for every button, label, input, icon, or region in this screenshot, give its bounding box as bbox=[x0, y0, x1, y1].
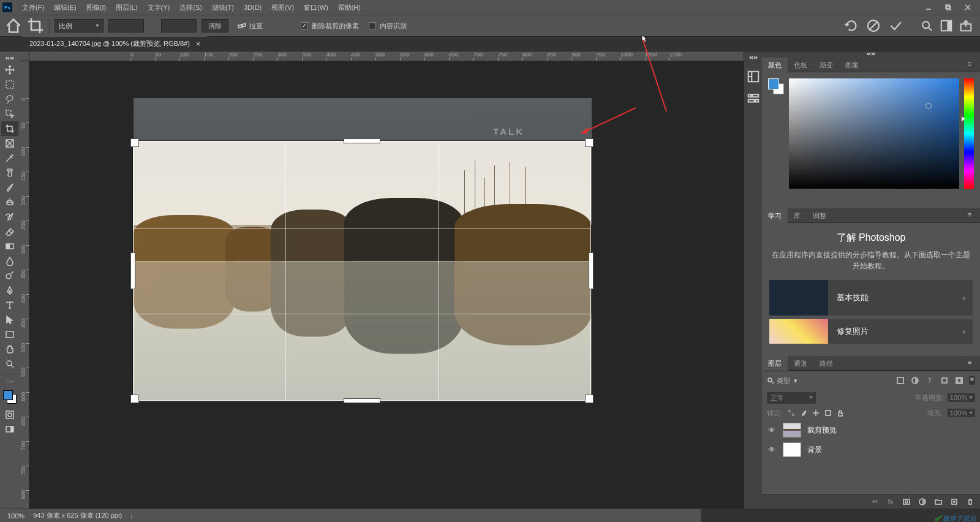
tab-libraries[interactable]: 库 bbox=[788, 208, 807, 223]
canvas-area[interactable]: 0501001502002503003504004505005506006507… bbox=[20, 51, 744, 509]
tab-swatches[interactable]: 色板 bbox=[788, 58, 813, 72]
commit-crop-button[interactable] bbox=[888, 18, 903, 33]
layer-row-crop-preview[interactable]: 👁 裁剪预览 bbox=[762, 420, 980, 440]
crop-tool-indicator[interactable] bbox=[27, 17, 44, 34]
frame-tool[interactable] bbox=[1, 136, 18, 151]
crop-handle-tl[interactable] bbox=[130, 138, 139, 147]
zoom-level[interactable]: 100% bbox=[7, 512, 24, 520]
menu-layer[interactable]: 图层(L) bbox=[111, 0, 142, 15]
hue-marker[interactable] bbox=[962, 116, 965, 121]
document-tab[interactable]: 2023-01-23_140704.jpg @ 100% (裁剪预览, RGB/… bbox=[22, 36, 208, 51]
clone-stamp-tool[interactable] bbox=[1, 195, 18, 210]
filter-shape-icon[interactable] bbox=[940, 376, 949, 385]
menu-3d[interactable]: 3D(D) bbox=[239, 0, 266, 15]
link-layers-icon[interactable]: ⇔ bbox=[870, 497, 880, 507]
eyedropper-tool[interactable] bbox=[1, 151, 18, 165]
layer-row-background[interactable]: 👁 背景 bbox=[762, 440, 980, 460]
learn-item-photofix[interactable]: 修复照片 › bbox=[769, 319, 973, 344]
maximize-button[interactable] bbox=[941, 1, 956, 13]
lock-position-icon[interactable] bbox=[812, 409, 820, 417]
tab-layers[interactable]: 图层 bbox=[762, 356, 788, 371]
workspace-button[interactable] bbox=[940, 19, 953, 32]
clear-ratio-button[interactable]: 清除 bbox=[202, 19, 228, 32]
delete-layer-icon[interactable] bbox=[965, 497, 975, 507]
minimize-button[interactable] bbox=[921, 1, 936, 13]
hue-slider[interactable] bbox=[964, 78, 974, 189]
foreground-color[interactable] bbox=[3, 390, 13, 400]
crop-handle-left[interactable] bbox=[130, 252, 135, 289]
history-panel-icon[interactable] bbox=[747, 70, 760, 83]
layer-filter-type[interactable]: 类型 ▾ bbox=[767, 376, 891, 385]
layer-name[interactable]: 背景 bbox=[807, 445, 822, 455]
tab-paths[interactable]: 路径 bbox=[813, 356, 839, 371]
ruler-origin[interactable] bbox=[20, 51, 29, 61]
vertical-ruler[interactable]: 0501001502002503003504004505005506006507… bbox=[20, 61, 29, 509]
straighten-button[interactable]: 拉直 bbox=[233, 19, 266, 32]
lasso-tool[interactable] bbox=[1, 92, 18, 107]
layer-fx-icon[interactable]: fx bbox=[886, 497, 895, 507]
tab-pattern[interactable]: 图案 bbox=[839, 58, 865, 72]
adjustment-layer-icon[interactable] bbox=[918, 497, 927, 507]
blur-tool[interactable] bbox=[1, 254, 18, 268]
ratio-preset-dropdown[interactable]: 比例 bbox=[55, 19, 104, 32]
horizontal-ruler[interactable]: 0501001502002503003504004505005506006507… bbox=[29, 51, 744, 61]
filter-toggle[interactable] bbox=[969, 376, 975, 385]
rectangle-tool[interactable] bbox=[1, 327, 18, 342]
properties-panel-icon[interactable] bbox=[747, 92, 760, 105]
pen-tool[interactable] bbox=[1, 283, 18, 298]
layer-mask-icon[interactable] bbox=[902, 497, 911, 507]
zoom-tool[interactable] bbox=[1, 357, 18, 371]
tab-gradient[interactable]: 渐变 bbox=[813, 58, 839, 72]
document-dimensions[interactable]: 943 像素 x 625 像素 (120 ppi) bbox=[33, 511, 122, 520]
menu-type[interactable]: 文字(Y) bbox=[143, 0, 175, 15]
filter-smart-icon[interactable] bbox=[954, 376, 964, 385]
color-field[interactable] bbox=[789, 78, 959, 189]
close-button[interactable] bbox=[960, 1, 975, 13]
dodge-tool[interactable] bbox=[1, 268, 18, 283]
filter-pixel-icon[interactable] bbox=[895, 376, 905, 385]
close-icon[interactable]: × bbox=[196, 40, 200, 48]
hand-tool[interactable] bbox=[1, 342, 18, 357]
visibility-icon[interactable]: 👁 bbox=[767, 426, 777, 434]
home-button[interactable] bbox=[5, 17, 22, 34]
group-layers-icon[interactable] bbox=[933, 497, 943, 507]
crop-handle-bl[interactable] bbox=[130, 395, 139, 403]
cancel-crop-button[interactable] bbox=[866, 18, 881, 33]
crop-height-input[interactable] bbox=[161, 19, 197, 32]
move-tool[interactable] bbox=[1, 62, 18, 77]
crop-settings-button[interactable] bbox=[284, 19, 291, 32]
layer-thumbnail[interactable] bbox=[783, 423, 801, 437]
crop-handle-bottom[interactable] bbox=[344, 398, 380, 403]
quick-mask-button[interactable] bbox=[1, 407, 18, 422]
filter-type-icon[interactable]: T bbox=[925, 376, 935, 385]
learn-item-basics[interactable]: 基本技能 › bbox=[769, 280, 973, 316]
content-aware-checkbox[interactable]: 内容识别 bbox=[369, 21, 407, 31]
crop-overlay-button[interactable] bbox=[271, 19, 279, 32]
lock-brush-icon[interactable] bbox=[799, 409, 808, 417]
panel-menu-icon[interactable]: ≡ bbox=[968, 60, 978, 70]
gradient-tool[interactable] bbox=[1, 239, 18, 254]
lock-artboard-icon[interactable] bbox=[824, 409, 832, 417]
crop-bounding-box[interactable] bbox=[133, 141, 591, 401]
crop-handle-tr[interactable] bbox=[585, 138, 594, 147]
delete-cropped-checkbox[interactable]: 删除裁剪的像素 bbox=[301, 21, 359, 31]
type-tool[interactable] bbox=[1, 298, 18, 312]
tab-learn[interactable]: 学习 bbox=[762, 208, 788, 223]
lock-pixels-icon[interactable] bbox=[787, 409, 796, 417]
menu-edit[interactable]: 编辑(E) bbox=[49, 0, 81, 15]
collapse-toolbar-icon[interactable] bbox=[1, 54, 18, 62]
panel-menu-icon[interactable]: ≡ bbox=[968, 211, 978, 221]
crop-handle-br[interactable] bbox=[585, 395, 594, 403]
menu-window[interactable]: 窗口(W) bbox=[299, 0, 333, 15]
color-marker[interactable] bbox=[925, 103, 932, 109]
tab-color[interactable]: 颜色 bbox=[762, 58, 788, 72]
healing-brush-tool[interactable] bbox=[1, 165, 18, 180]
lock-all-icon[interactable] bbox=[836, 409, 845, 417]
new-layer-icon[interactable] bbox=[949, 497, 959, 507]
crop-handle-right[interactable] bbox=[589, 252, 594, 289]
share-button[interactable] bbox=[959, 19, 973, 32]
crop-tool[interactable] bbox=[1, 121, 18, 136]
quick-select-tool[interactable] bbox=[1, 107, 18, 121]
tab-adjustments[interactable]: 调整 bbox=[807, 208, 832, 223]
menu-file[interactable]: 文件(F) bbox=[17, 0, 49, 15]
